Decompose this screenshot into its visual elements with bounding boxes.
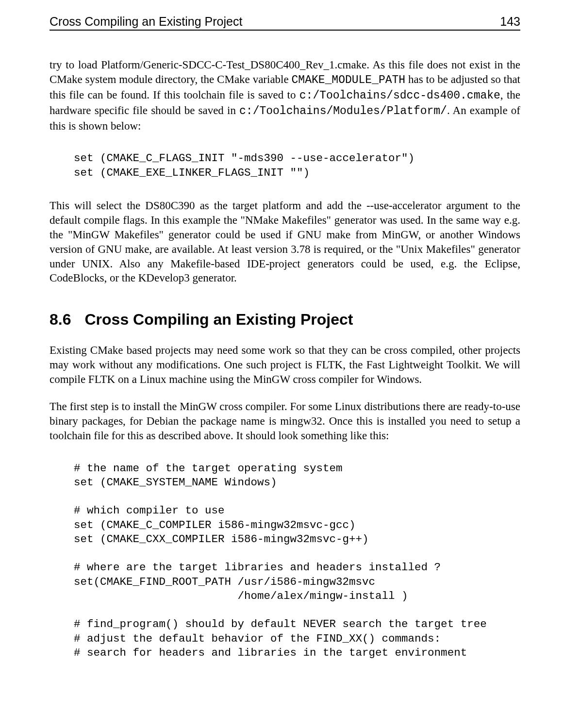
paragraph-ds80c390: This will select the DS80C390 as the tar… bbox=[50, 199, 520, 285]
code-inline: CMAKE_MODULE_PATH bbox=[292, 74, 406, 86]
paragraph-intro: try to load Platform/Generic-SDCC-C-Test… bbox=[50, 58, 520, 133]
section-number: 8.6 bbox=[50, 311, 71, 329]
header-title: Cross Compiling an Existing Project bbox=[50, 15, 242, 29]
code-block-flags: set (CMAKE_C_FLAGS_INIT "-mds390 --use-a… bbox=[74, 151, 520, 180]
page-number: 143 bbox=[500, 15, 520, 29]
section-title: Cross Compiling an Existing Project bbox=[84, 311, 353, 328]
code-block-toolchain: # the name of the target operating syste… bbox=[74, 462, 520, 661]
paragraph-existing-projects: Existing CMake based projects may need s… bbox=[50, 343, 520, 387]
page: Cross Compiling an Existing Project 143 … bbox=[0, 0, 564, 728]
paragraph-mingw-install: The first step is to install the MinGW c… bbox=[50, 399, 520, 443]
section-heading: 8.6Cross Compiling an Existing Project bbox=[50, 311, 520, 329]
page-header: Cross Compiling an Existing Project 143 bbox=[50, 15, 520, 31]
code-inline: c:/Toolchains/Modules/Platform/ bbox=[239, 105, 447, 117]
code-inline: c:/Toolchains/sdcc-ds400.cmake bbox=[299, 89, 500, 102]
